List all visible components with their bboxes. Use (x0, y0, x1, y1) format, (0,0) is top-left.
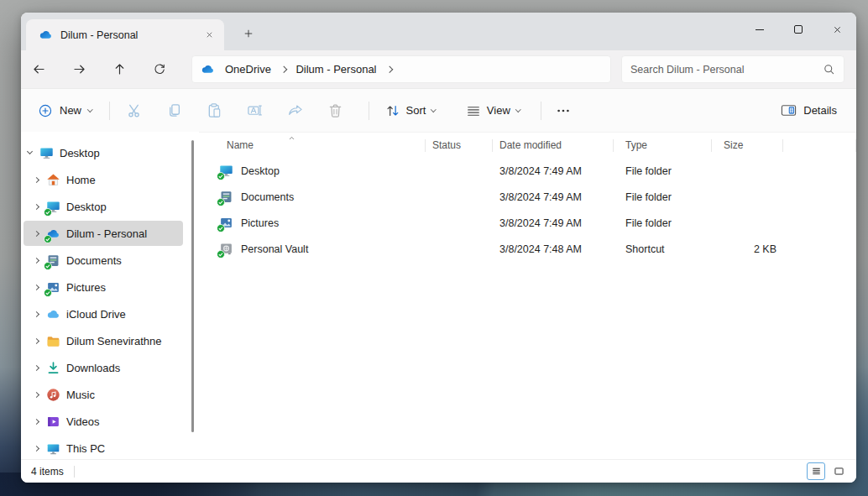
folder-icon (46, 334, 60, 348)
minimize-button[interactable] (740, 13, 779, 46)
new-icon (38, 103, 53, 118)
breadcrumb-separator-icon (280, 66, 287, 73)
close-icon (832, 24, 843, 35)
sidebar-item-pictures[interactable]: Pictures (24, 274, 183, 300)
share-button[interactable] (280, 97, 311, 125)
sync-badge-icon (44, 289, 52, 297)
breadcrumb-dilum-personal[interactable]: Dilum - Personal (292, 61, 379, 77)
navigation-bar: OneDrive Dilum - Personal (21, 50, 856, 88)
sidebar-item-desktop-root[interactable]: Desktop (24, 140, 183, 165)
icon-view-icon (834, 466, 844, 477)
details-icon (781, 102, 797, 118)
view-button-label: View (487, 104, 510, 117)
search-icon[interactable] (823, 63, 835, 76)
delete-icon (327, 102, 343, 118)
refresh-icon (153, 63, 166, 76)
maximize-button[interactable] (779, 13, 818, 46)
sidebar-item-label: iCloud Drive (66, 308, 126, 321)
sidebar-item-documents[interactable]: Documents (24, 248, 183, 273)
view-button[interactable]: View (458, 97, 527, 125)
column-header-status[interactable]: Status (426, 133, 493, 158)
sidebar-item-music[interactable]: Music (24, 382, 183, 407)
sidebar-item-this-pc[interactable]: This PC (24, 436, 183, 461)
column-header-type[interactable]: Type (614, 133, 712, 158)
rename-button[interactable] (239, 97, 271, 125)
up-icon (112, 62, 127, 76)
file-date-modified: 3/8/2024 7:49 AM (493, 217, 614, 229)
sidebar-item-label: This PC (66, 442, 105, 455)
desktop-monitor-icon (46, 200, 60, 214)
refresh-button[interactable] (145, 55, 174, 84)
sidebar-item-dilum-senevirathne[interactable]: Dilum Senevirathne (24, 328, 183, 353)
pc-icon (46, 441, 60, 456)
sidebar-item-label: Videos (66, 415, 100, 428)
column-header-size[interactable]: Size (712, 133, 783, 158)
chevron-right-icon (34, 176, 39, 182)
sync-badge-icon (217, 250, 225, 258)
search-input[interactable] (630, 64, 823, 76)
forward-icon (72, 62, 86, 76)
desktop-monitor-icon (39, 146, 54, 160)
sort-icon (385, 103, 400, 118)
chevron-right-icon (34, 445, 39, 451)
sidebar-item-label: Pictures (66, 281, 106, 294)
back-button[interactable] (24, 55, 53, 84)
see-more-button[interactable] (550, 97, 577, 125)
toolbar-divider (109, 102, 110, 120)
minimize-icon (756, 29, 764, 30)
sidebar-item-desktop[interactable]: Desktop (24, 194, 183, 219)
copy-button[interactable] (159, 97, 191, 125)
view-icon (466, 103, 481, 118)
column-header-filler (783, 133, 856, 158)
column-header-date-modified[interactable]: Date modified (493, 133, 614, 158)
file-row-pictures[interactable]: Pictures 3/8/2024 7:49 AM File folder (199, 210, 856, 236)
breadcrumb-onedrive[interactable]: OneDrive (222, 61, 275, 77)
new-button[interactable]: New (33, 97, 101, 125)
details-view-icon (811, 466, 822, 477)
tab-close-icon[interactable] (199, 25, 219, 45)
item-count: 4 items (31, 466, 64, 478)
paste-button[interactable] (199, 97, 231, 125)
cut-icon (126, 102, 142, 118)
file-row-desktop[interactable]: Desktop 3/8/2024 7:49 AM File folder (199, 158, 856, 184)
chevron-down-icon (515, 107, 520, 112)
sidebar-item-icloud-drive[interactable]: iCloud Drive (24, 301, 183, 326)
new-tab-button[interactable] (236, 21, 261, 46)
column-header-name[interactable]: Name (199, 133, 426, 158)
more-icon (556, 103, 571, 118)
icloud-icon (46, 307, 60, 321)
back-icon (32, 62, 46, 76)
tab-dilum-personal[interactable]: Dilum - Personal (26, 19, 224, 50)
sidebar-item-label: Dilum - Personal (66, 227, 147, 240)
sidebar-item-home[interactable]: Home (24, 167, 183, 192)
delete-button[interactable] (320, 97, 352, 125)
sort-button[interactable]: Sort (378, 97, 443, 125)
search-box[interactable] (621, 55, 844, 83)
chevron-right-icon (34, 257, 39, 263)
up-button[interactable] (105, 55, 133, 84)
sidebar-item-dilum-personal[interactable]: Dilum - Personal (24, 221, 183, 246)
details-pane-button[interactable]: Details (773, 97, 844, 125)
file-row-documents[interactable]: Documents 3/8/2024 7:49 AM File folder (199, 184, 856, 210)
cut-button[interactable] (118, 97, 150, 125)
sidebar-item-videos[interactable]: Videos (24, 409, 183, 434)
onedrive-cloud-icon (46, 227, 60, 241)
document-icon (46, 253, 60, 268)
sort-button-label: Sort (406, 104, 426, 117)
close-button[interactable] (818, 13, 856, 46)
file-row-personal-vault[interactable]: Personal Vault 3/8/2024 7:48 AM Shortcut… (199, 236, 856, 262)
details-view-button[interactable] (807, 462, 825, 480)
large-icons-view-button[interactable] (829, 462, 848, 480)
address-bar[interactable]: OneDrive Dilum - Personal (191, 55, 611, 83)
chevron-right-icon (34, 418, 39, 424)
sidebar-item-label: Downloads (66, 362, 120, 374)
sidebar-item-downloads[interactable]: Downloads (24, 355, 183, 380)
breadcrumb-chevron-icon[interactable] (385, 66, 392, 73)
file-type: File folder (614, 165, 712, 177)
chevron-right-icon (34, 391, 39, 397)
sidebar-scrollbar[interactable] (191, 140, 194, 432)
chevron-right-icon (34, 203, 39, 209)
tab-title: Dilum - Personal (60, 29, 191, 41)
forward-button[interactable] (65, 55, 93, 84)
details-button-label: Details (803, 104, 837, 117)
